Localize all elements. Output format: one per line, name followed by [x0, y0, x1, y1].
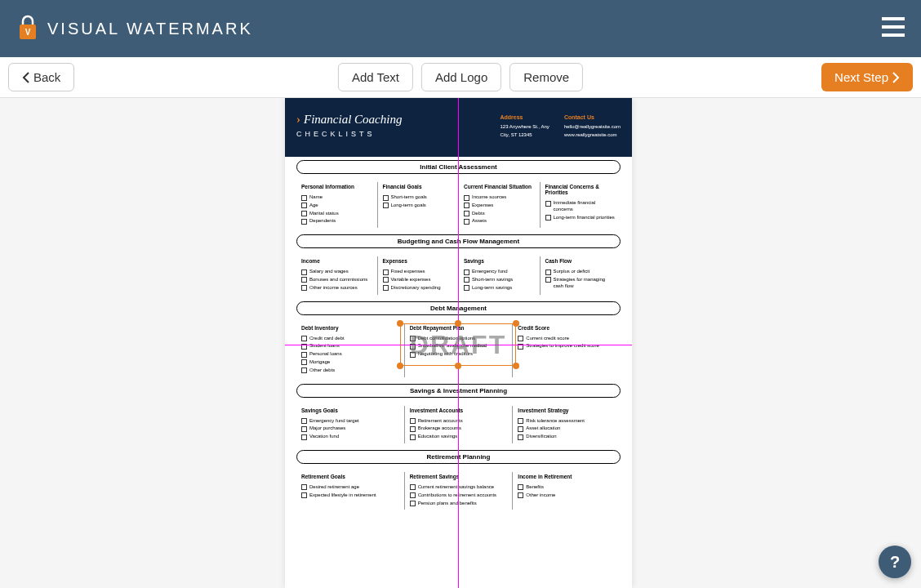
help-button[interactable]: ? [879, 546, 911, 578]
checklist-item: Diversification [518, 434, 616, 440]
section-header: Savings & Investment Planning [296, 384, 621, 398]
col-title: Current Financial Situation [464, 184, 535, 189]
svg-text:V: V [25, 28, 31, 37]
section: Retirement GoalsDesired retirement ageEx… [285, 467, 632, 513]
col-title: Financial Concerns & Priorities [545, 184, 616, 195]
logo[interactable]: V VISUAL WATERMARK [16, 15, 253, 42]
next-step-button[interactable]: Next Step [821, 63, 913, 91]
section-header: Initial Client Assessment [296, 160, 621, 174]
checklist-item: Contributions to retirement accounts [410, 492, 508, 499]
checklist-item: Immediate financial concerns [545, 200, 616, 213]
checklist-item: Name [301, 194, 372, 201]
checklist-item: Asset allocation [518, 425, 616, 432]
checklist-item: Brokerage accounts [410, 425, 508, 432]
checklist-item: Emergency fund [464, 269, 535, 275]
chevron-right-icon [892, 72, 900, 83]
checklist-item: Retirement accounts [410, 418, 508, 425]
add-text-button[interactable]: Add Text [338, 63, 413, 91]
checklist-item: Mortgage [301, 359, 399, 366]
doc-title: ›Financial Coaching [296, 113, 501, 127]
checklist-item: Emergency fund target [301, 418, 399, 425]
checklist-item: Other income sources [301, 285, 372, 292]
col-title: Retirement Goals [301, 474, 399, 479]
section-col: Cash FlowSurplus or deficitStrategies fo… [541, 256, 621, 294]
remove-button[interactable]: Remove [509, 63, 583, 91]
hamburger-icon [882, 17, 905, 37]
app-name: VISUAL WATERMARK [47, 20, 253, 38]
section-col: Debt InventoryCredit card debtStudent lo… [296, 323, 405, 377]
checklist-item: Pension plans and benefits [410, 501, 508, 507]
checklist-item: Current retirement savings balance [410, 484, 508, 491]
doc-contact: Address123 Anywhere St., AnyCity, ST 123… [501, 114, 621, 149]
checklist-item: Major purchases [301, 425, 399, 432]
checklist-item: Education savings [410, 434, 508, 440]
checklist-item: Other income [518, 492, 616, 499]
checklist-item: Fixed expenses [383, 269, 454, 275]
col-title: Personal Information [301, 184, 372, 189]
section-col: Personal InformationNameAgeMarital statu… [296, 182, 378, 228]
section-col: Current Financial SituationIncome source… [459, 182, 541, 228]
checklist-item: Current credit score [518, 336, 616, 342]
checklist-item: Age [301, 203, 372, 209]
next-step-label: Next Step [834, 70, 888, 84]
resize-handle-tl[interactable] [397, 320, 403, 327]
resize-handle-tc[interactable] [455, 320, 461, 327]
checklist-item: Personal loans [301, 351, 399, 358]
col-title: Credit Score [518, 325, 616, 331]
section-col: Financial Concerns & PrioritiesImmediate… [541, 182, 621, 228]
menu-button[interactable] [882, 17, 905, 40]
watermark-selection[interactable]: DRAFT [400, 323, 516, 366]
checklist-item: Long-term financial priorities [545, 215, 616, 221]
section-col: Retirement GoalsDesired retirement ageEx… [296, 472, 405, 510]
col-title: Expenses [383, 258, 454, 264]
checklist-item: Variable expenses [383, 277, 454, 283]
canvas[interactable]: ›Financial Coaching CHECKLISTS Address12… [0, 98, 921, 588]
doc-header: ›Financial Coaching CHECKLISTS Address12… [285, 98, 632, 157]
section-col: Investment AccountsRetirement accountsBr… [405, 406, 514, 443]
checklist-item: Vacation fund [301, 434, 399, 440]
checklist-item: Risk tolerance assessment [518, 418, 616, 425]
add-logo-button[interactable]: Add Logo [421, 63, 501, 91]
col-title: Financial Goals [383, 184, 454, 189]
checklist-item: Salary and wages [301, 269, 372, 275]
section: IncomeSalary and wagesBonuses and commis… [285, 252, 632, 297]
lock-icon: V [16, 15, 39, 42]
checklist-item: Short-term goals [383, 194, 454, 201]
resize-handle-bc[interactable] [455, 363, 461, 369]
resize-handle-br[interactable] [513, 363, 519, 369]
section-header: Budgeting and Cash Flow Management [296, 234, 621, 248]
checklist-item: Expected lifestyle in retirement [301, 492, 399, 499]
col-title: Income [301, 258, 372, 264]
toolbar: Back Add Text Add Logo Remove Next Step [0, 57, 921, 98]
section-col: SavingsEmergency fundShort-term savingsL… [459, 256, 541, 294]
section-col: ExpensesFixed expensesVariable expensesD… [378, 256, 460, 294]
section-header: Debt Management [296, 301, 621, 315]
col-title: Investment Strategy [518, 408, 616, 413]
checklist-item: Debts [464, 211, 535, 217]
checklist-item: Long-term goals [383, 203, 454, 209]
svg-rect-4 [882, 33, 905, 37]
section: Personal InformationNameAgeMarital statu… [285, 177, 632, 231]
checklist-item: Other debts [301, 368, 399, 374]
col-title: Cash Flow [545, 258, 616, 264]
toolbar-center: Add Text Add Logo Remove [338, 63, 583, 91]
col-title: Investment Accounts [410, 408, 508, 413]
back-button[interactable]: Back [8, 63, 74, 91]
checklist-item: Marital status [301, 211, 372, 217]
checklist-item: Desired retirement age [301, 484, 399, 491]
section-col: Financial GoalsShort-term goalsLong-term… [378, 182, 460, 228]
resize-handle-bl[interactable] [397, 363, 403, 369]
section-col: Retirement SavingsCurrent retirement sav… [405, 472, 514, 510]
checklist-item: Student loans [301, 343, 399, 350]
checklist-item: Short-term savings [464, 277, 535, 283]
section-col: Investment StrategyRisk tolerance assess… [513, 406, 621, 443]
checklist-item: Strategies for managing cash flow [545, 277, 616, 290]
checklist-item: Benefits [518, 484, 616, 491]
checklist-item: Discretionary spending [383, 285, 454, 292]
chevron-right-icon: › [296, 113, 300, 127]
section: Savings GoalsEmergency fund targetMajor … [285, 401, 632, 447]
resize-handle-tr[interactable] [513, 320, 519, 327]
section-col: Savings GoalsEmergency fund targetMajor … [296, 406, 405, 443]
checklist-item: Strategies to improve credit score [518, 343, 616, 350]
col-title: Savings Goals [301, 408, 399, 413]
